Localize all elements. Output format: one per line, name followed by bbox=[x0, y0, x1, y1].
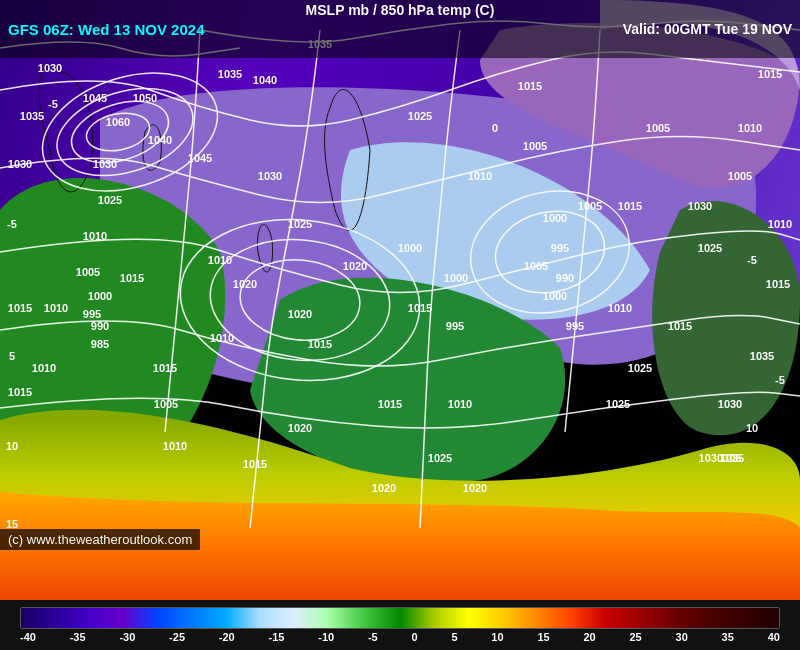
valid-label: Valid: 00GMT Tue 19 NOV bbox=[623, 21, 792, 37]
scale-label: 10 bbox=[491, 631, 503, 643]
run-label: GFS 06Z: bbox=[8, 21, 74, 38]
scale-label: -10 bbox=[318, 631, 334, 643]
copyright-text: (c) www.theweatheroutlook.com bbox=[8, 532, 192, 547]
scale-labels: -40-35-30-25-20-15-10-50510152025303540 bbox=[20, 631, 780, 643]
scale-gradient bbox=[20, 607, 780, 629]
scale-label: 5 bbox=[451, 631, 457, 643]
valid-info: Valid: 00GMT Tue 19 NOV bbox=[623, 21, 792, 37]
scale-label: 25 bbox=[629, 631, 641, 643]
scale-label: 30 bbox=[676, 631, 688, 643]
copyright-bar: (c) www.theweatheroutlook.com bbox=[0, 529, 200, 550]
run-date: Wed 13 NOV 2024 bbox=[78, 21, 204, 38]
header-bar: GFS 06Z: Wed 13 NOV 2024 MSLP mb / 850 h… bbox=[0, 0, 800, 58]
title-text: MSLP mb / 850 hPa temp (C) bbox=[306, 2, 495, 18]
map-title: MSLP mb / 850 hPa temp (C) bbox=[306, 0, 495, 19]
map-canvas bbox=[0, 0, 800, 600]
scale-label: -20 bbox=[219, 631, 235, 643]
scale-label: -35 bbox=[70, 631, 86, 643]
scale-label: -30 bbox=[119, 631, 135, 643]
scale-label: -15 bbox=[269, 631, 285, 643]
weather-map-container: GFS 06Z: Wed 13 NOV 2024 MSLP mb / 850 h… bbox=[0, 0, 800, 600]
scale-label: 15 bbox=[537, 631, 549, 643]
scale-label: 0 bbox=[412, 631, 418, 643]
run-info: GFS 06Z: Wed 13 NOV 2024 bbox=[8, 19, 204, 40]
scale-label: 35 bbox=[722, 631, 734, 643]
scale-label: 40 bbox=[768, 631, 780, 643]
scale-label: -40 bbox=[20, 631, 36, 643]
scale-label: -5 bbox=[368, 631, 378, 643]
scale-label: -25 bbox=[169, 631, 185, 643]
scale-label: 20 bbox=[583, 631, 595, 643]
color-scale: -40-35-30-25-20-15-10-50510152025303540 bbox=[0, 600, 800, 650]
